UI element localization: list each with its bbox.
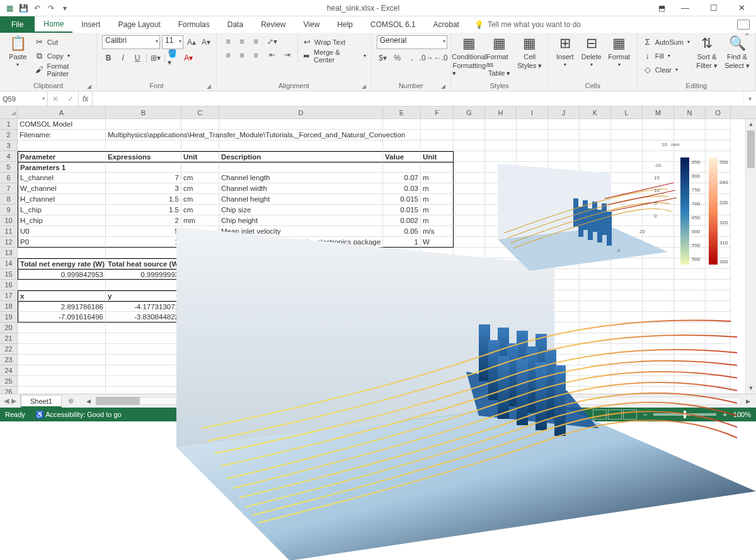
- cell-G18[interactable]: [454, 301, 485, 312]
- decrease-font-icon[interactable]: A▾: [200, 36, 212, 49]
- cell-L9[interactable]: [611, 205, 643, 215]
- row-header-6[interactable]: 6: [0, 173, 18, 183]
- cell-A15[interactable]: 0.999842953: [18, 269, 106, 280]
- cell-L23[interactable]: [611, 355, 643, 365]
- cell-N19[interactable]: [674, 312, 706, 323]
- cell-N25[interactable]: [674, 376, 706, 387]
- redo-icon[interactable]: ↷: [45, 3, 57, 14]
- cell-B23[interactable]: [106, 355, 181, 365]
- number-launcher-icon[interactable]: ◢: [441, 83, 445, 89]
- cell-H20[interactable]: [485, 323, 517, 333]
- cell-A22[interactable]: [18, 344, 106, 355]
- cell-B5[interactable]: [106, 162, 181, 173]
- cell-J8[interactable]: [548, 194, 580, 205]
- cell-D17[interactable]: Value: [219, 290, 383, 301]
- cell-C11[interactable]: cm/s: [181, 226, 219, 237]
- cell-O12[interactable]: [706, 237, 731, 248]
- cell-I3[interactable]: [517, 140, 548, 151]
- cell-E9[interactable]: 0.015: [383, 205, 421, 215]
- format-cells-button[interactable]: ▦Format▾: [607, 35, 632, 67]
- cell-K11[interactable]: [580, 226, 611, 237]
- cell-I25[interactable]: [517, 376, 548, 387]
- cell-E8[interactable]: 0.015: [383, 194, 421, 205]
- cell-F4[interactable]: Unit: [421, 151, 454, 162]
- cell-D3[interactable]: [219, 140, 383, 151]
- cell-K24[interactable]: [580, 365, 611, 376]
- cell-A19[interactable]: -7.091616496: [18, 312, 106, 323]
- cell-D8[interactable]: Channel height: [219, 194, 383, 205]
- cell-B12[interactable]: 1: [106, 237, 181, 248]
- sheet-nav-right-icon[interactable]: ▶: [11, 397, 16, 405]
- cell-L8[interactable]: [611, 194, 643, 205]
- cell-L6[interactable]: [611, 173, 643, 183]
- cell-J5[interactable]: [548, 162, 580, 173]
- cell-A16[interactable]: [18, 280, 106, 290]
- cell-A10[interactable]: H_chip: [18, 215, 106, 226]
- cell-A18[interactable]: 2.891786186: [18, 301, 106, 312]
- cell-J3[interactable]: [548, 140, 580, 151]
- column-header-B[interactable]: B: [106, 106, 181, 118]
- cell-M12[interactable]: [643, 237, 674, 248]
- cell-G15[interactable]: [454, 269, 485, 280]
- cell-M5[interactable]: [643, 162, 674, 173]
- cell-H14[interactable]: [485, 258, 517, 269]
- cell-M1[interactable]: [643, 119, 674, 130]
- cell-O11[interactable]: [706, 226, 731, 237]
- cell-O14[interactable]: [706, 258, 731, 269]
- row-header-9[interactable]: 9: [0, 205, 18, 215]
- cell-N24[interactable]: [674, 365, 706, 376]
- cell-L10[interactable]: [611, 215, 643, 226]
- row-header-2[interactable]: 2: [0, 130, 18, 140]
- cell-B19[interactable]: -3.830844822: [106, 312, 181, 323]
- row-header-10[interactable]: 10: [0, 215, 18, 226]
- align-bottom-icon[interactable]: ≡: [249, 35, 262, 48]
- cell-E12[interactable]: 1: [383, 237, 421, 248]
- cell-J24[interactable]: [548, 365, 580, 376]
- cell-styles-button[interactable]: ▦CellStyles ▾: [517, 35, 543, 70]
- cell-O23[interactable]: [706, 355, 731, 365]
- cell-O9[interactable]: [706, 205, 731, 215]
- cell-C9[interactable]: cm: [181, 205, 219, 215]
- cell-L12[interactable]: [611, 237, 643, 248]
- cell-I4[interactable]: [517, 151, 548, 162]
- cell-E17[interactable]: [383, 290, 421, 301]
- cell-F8[interactable]: m: [421, 194, 454, 205]
- cell-B11[interactable]: 5: [106, 226, 181, 237]
- copy-button[interactable]: ⧉Copy▾: [35, 49, 91, 62]
- enter-formula-icon[interactable]: ✓: [63, 94, 78, 103]
- cell-H19[interactable]: [485, 312, 517, 323]
- accessibility-status[interactable]: ♿ Accessibility: Good to go: [35, 411, 122, 419]
- clear-button[interactable]: ◇Clear▾: [643, 63, 690, 76]
- cell-O26[interactable]: [706, 387, 731, 394]
- cell-M22[interactable]: [643, 344, 674, 355]
- share-icon[interactable]: [737, 20, 750, 30]
- row-header-19[interactable]: 19: [0, 312, 18, 323]
- cell-J20[interactable]: [548, 323, 580, 333]
- close-button[interactable]: ✕: [728, 0, 756, 16]
- cut-button[interactable]: ✂Cut: [35, 35, 91, 49]
- cell-M25[interactable]: [643, 376, 674, 387]
- file-tab[interactable]: File: [0, 16, 35, 33]
- cell-H26[interactable]: [485, 387, 517, 394]
- cell-O6[interactable]: [706, 173, 731, 183]
- cell-E16[interactable]: [383, 280, 421, 290]
- cell-A4[interactable]: Parameter: [18, 151, 106, 162]
- cell-G13[interactable]: [454, 248, 485, 258]
- cell-D25[interactable]: [219, 376, 383, 387]
- cell-M13[interactable]: [643, 248, 674, 258]
- cell-M3[interactable]: [643, 140, 674, 151]
- horizontal-scrollbar[interactable]: ◀ ▶: [83, 396, 753, 406]
- cell-D21[interactable]: [219, 333, 383, 344]
- select-all-corner[interactable]: ◢: [0, 106, 18, 118]
- cell-N6[interactable]: [674, 173, 706, 183]
- cell-O1[interactable]: [706, 119, 731, 130]
- cell-J11[interactable]: [548, 226, 580, 237]
- cell-K14[interactable]: [580, 258, 611, 269]
- cell-M18[interactable]: [643, 301, 674, 312]
- increase-decimal-icon[interactable]: .0→: [420, 52, 433, 64]
- cell-I16[interactable]: [517, 280, 548, 290]
- row-header-23[interactable]: 23: [0, 355, 18, 365]
- wrap-text-button[interactable]: ↩Wrap Text: [302, 35, 366, 49]
- cell-G17[interactable]: [454, 290, 485, 301]
- cell-H22[interactable]: [485, 344, 517, 355]
